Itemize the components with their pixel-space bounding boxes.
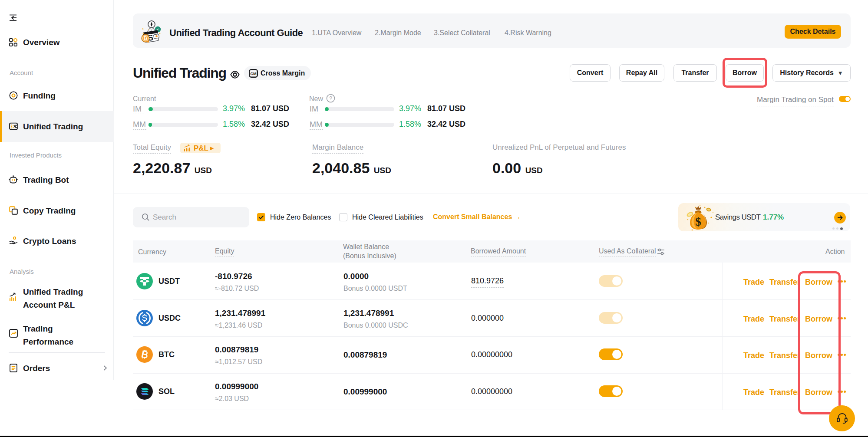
svg-text:$: $	[695, 215, 701, 228]
svg-text:CM: CM	[251, 72, 257, 76]
svg-text:?: ?	[329, 95, 332, 102]
